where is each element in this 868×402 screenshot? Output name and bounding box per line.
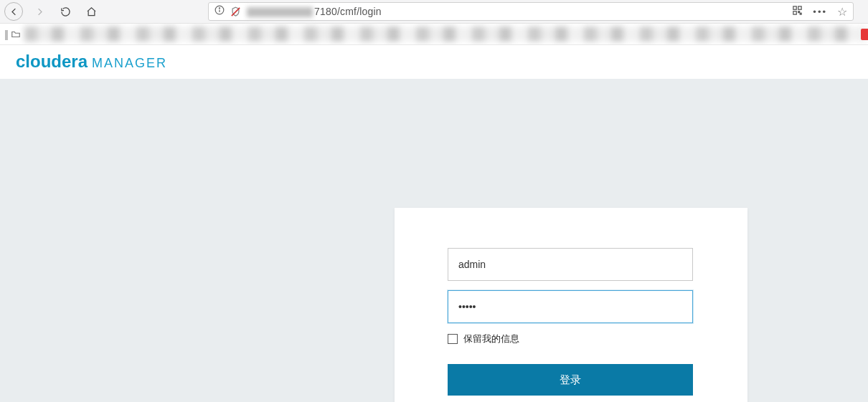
remember-me-checkbox[interactable] [448,334,458,344]
login-card: 保留我的信息 登录 [395,208,747,402]
svg-rect-7 [798,11,800,13]
site-info-icon[interactable] [214,5,225,18]
url-text: 7180/cmf/login [247,6,382,17]
bookmark-star-icon[interactable]: ☆ [837,5,847,19]
remember-me-label: 保留我的信息 [463,332,519,345]
username-input[interactable] [448,248,693,281]
login-button[interactable]: 登录 [448,364,693,396]
page-actions-icon[interactable]: ••• [813,6,827,17]
svg-rect-4 [793,6,796,9]
bookmark-folder-icon[interactable] [10,29,22,39]
forward-button[interactable] [30,2,49,21]
brand-secondary: MANAGER [92,56,167,71]
tracking-protection-disabled-icon[interactable] [230,6,241,17]
sidebar-toggle-icon[interactable]: || [4,28,7,40]
svg-rect-8 [801,13,802,14]
home-button[interactable] [82,2,100,21]
bookmarks-blurred [24,27,865,42]
url-bar[interactable]: 7180/cmf/login ••• ☆ [208,2,854,21]
app-header: cloudera MANAGER [0,45,868,79]
remember-me-row[interactable]: 保留我的信息 [448,332,694,345]
reload-button[interactable] [56,2,75,21]
svg-rect-5 [798,6,801,9]
svg-point-2 [219,8,220,9]
bookmarks-overflow-icon[interactable] [861,29,868,40]
brand-primary: cloudera [16,52,88,72]
page-body: 保留我的信息 登录 [0,79,868,402]
browser-toolbar: 7180/cmf/login ••• ☆ [0,0,868,24]
brand-logo: cloudera MANAGER [16,52,167,72]
svg-rect-6 [793,11,796,14]
qr-icon[interactable] [792,5,803,18]
bookmarks-bar: || [0,24,868,45]
back-button[interactable] [4,2,23,21]
password-input[interactable] [448,290,693,323]
